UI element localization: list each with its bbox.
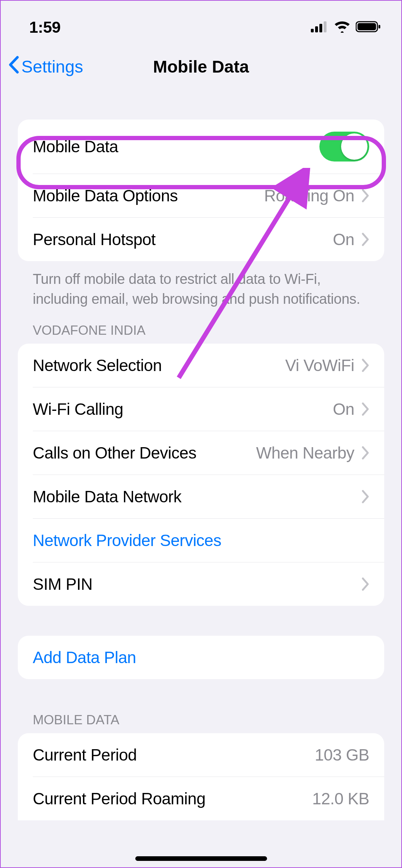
back-button[interactable]: Settings bbox=[8, 56, 83, 78]
group-mobile-data: Mobile Data Mobile Data Options Roaming … bbox=[18, 120, 384, 261]
roaming-value: 12.0 KB bbox=[312, 789, 369, 808]
chevron-right-icon bbox=[361, 446, 369, 460]
group-add-plan: Add Data Plan bbox=[18, 636, 384, 679]
net-sel-value: Vi VoWiFi bbox=[285, 356, 354, 375]
usage-header: MOBILE DATA bbox=[1, 702, 401, 733]
svg-rect-6 bbox=[378, 25, 380, 28]
svg-rect-3 bbox=[324, 21, 327, 32]
row-personal-hotspot[interactable]: Personal Hotspot On bbox=[33, 217, 384, 261]
svg-rect-5 bbox=[357, 23, 376, 30]
row-add-data-plan[interactable]: Add Data Plan bbox=[18, 636, 384, 679]
group-carrier: Network Selection Vi VoWiFi Wi-Fi Callin… bbox=[18, 344, 384, 606]
row-calls-other-devices[interactable]: Calls on Other Devices When Nearby bbox=[33, 431, 384, 475]
group-usage: Current Period 103 GB Current Period Roa… bbox=[18, 733, 384, 820]
mdn-label: Mobile Data Network bbox=[33, 487, 181, 506]
carrier-header: VODAFONE INDIA bbox=[1, 312, 401, 344]
status-icons bbox=[311, 21, 381, 34]
chevron-right-icon bbox=[361, 402, 369, 416]
mobile-data-toggle[interactable] bbox=[319, 132, 369, 162]
provider-label: Network Provider Services bbox=[33, 531, 221, 550]
row-provider-services[interactable]: Network Provider Services bbox=[33, 518, 384, 562]
period-value: 103 GB bbox=[315, 745, 369, 764]
roaming-label: Current Period Roaming bbox=[33, 789, 205, 808]
mobile-data-footer: Turn off mobile data to restrict all dat… bbox=[1, 261, 401, 312]
status-bar: 1:59 bbox=[1, 1, 401, 43]
status-time: 1:59 bbox=[29, 18, 61, 37]
svg-rect-1 bbox=[315, 26, 318, 32]
row-current-period-roaming[interactable]: Current Period Roaming 12.0 KB bbox=[33, 777, 384, 820]
mobile-data-label: Mobile Data bbox=[33, 137, 118, 156]
hotspot-value: On bbox=[333, 230, 354, 249]
row-mobile-data-network[interactable]: Mobile Data Network bbox=[33, 475, 384, 518]
calls-other-label: Calls on Other Devices bbox=[33, 443, 196, 462]
row-current-period[interactable]: Current Period 103 GB bbox=[18, 733, 384, 777]
add-plan-label: Add Data Plan bbox=[33, 648, 136, 667]
wifi-call-value: On bbox=[333, 399, 354, 419]
toggle-knob bbox=[341, 133, 367, 160]
options-label: Mobile Data Options bbox=[33, 186, 178, 205]
wifi-call-label: Wi-Fi Calling bbox=[33, 399, 123, 419]
cellular-signal-icon bbox=[311, 21, 329, 34]
chevron-right-icon bbox=[361, 490, 369, 503]
svg-rect-2 bbox=[319, 24, 322, 32]
sim-pin-label: SIM PIN bbox=[33, 575, 93, 594]
row-sim-pin[interactable]: SIM PIN bbox=[33, 562, 384, 606]
options-value: Roaming On bbox=[264, 186, 354, 205]
calls-other-value: When Nearby bbox=[256, 443, 354, 462]
row-mobile-data-options[interactable]: Mobile Data Options Roaming On bbox=[33, 174, 384, 217]
row-wifi-calling[interactable]: Wi-Fi Calling On bbox=[33, 387, 384, 431]
nav-bar: Settings Mobile Data bbox=[1, 43, 401, 90]
row-mobile-data[interactable]: Mobile Data bbox=[18, 120, 384, 174]
period-label: Current Period bbox=[33, 745, 137, 764]
home-indicator[interactable] bbox=[135, 856, 267, 861]
wifi-icon bbox=[334, 21, 351, 34]
chevron-right-icon bbox=[361, 233, 369, 246]
chevron-right-icon bbox=[361, 577, 369, 591]
hotspot-label: Personal Hotspot bbox=[33, 230, 156, 249]
battery-icon bbox=[356, 21, 381, 34]
back-label: Settings bbox=[21, 57, 83, 76]
svg-rect-0 bbox=[311, 29, 314, 32]
chevron-right-icon bbox=[361, 189, 369, 202]
net-sel-label: Network Selection bbox=[33, 356, 162, 375]
chevron-right-icon bbox=[361, 359, 369, 372]
chevron-left-icon bbox=[8, 56, 19, 78]
row-network-selection[interactable]: Network Selection Vi VoWiFi bbox=[18, 344, 384, 387]
